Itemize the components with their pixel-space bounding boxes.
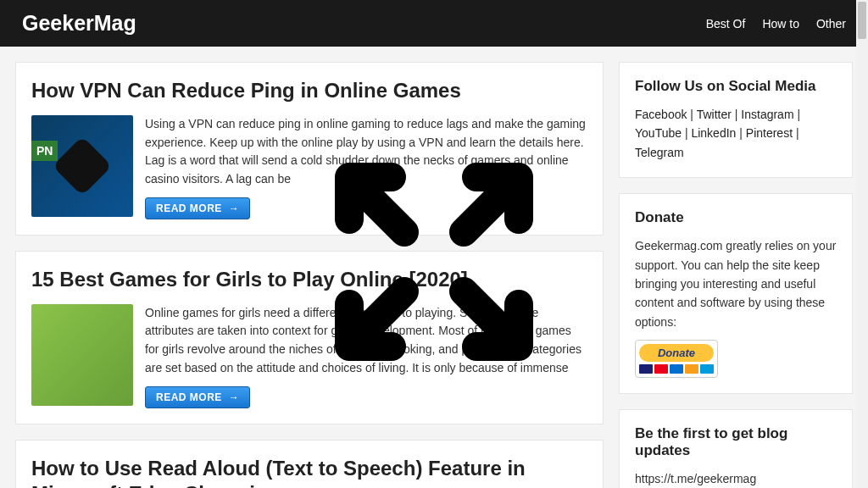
arrow-right-icon: → — [229, 202, 240, 214]
nav-other[interactable]: Other — [816, 17, 846, 30]
donate-text: Geekermag.com greatly relies on your sup… — [635, 236, 837, 331]
post-body: Using a VPN can reduce ping in online ga… — [31, 115, 587, 219]
main-column: How VPN Can Reduce Ping in Online Games … — [15, 62, 604, 488]
widget-title: Donate — [635, 209, 837, 226]
post-thumbnail[interactable] — [31, 115, 133, 217]
sidebar: Follow Us on Social Media Facebook | Twi… — [619, 62, 853, 488]
payment-cards-icon — [639, 364, 714, 374]
social-linkedin[interactable]: LinkedIn — [691, 126, 736, 140]
read-more-label: READ MORE — [156, 391, 222, 403]
post-card: 15 Best Games for Girls to Play Online [… — [15, 251, 604, 424]
social-pinterest[interactable]: Pinterest — [746, 126, 793, 140]
post-text: Online games for girls need a different … — [145, 304, 587, 408]
social-instagram[interactable]: Instagram — [741, 108, 793, 121]
social-telegram[interactable]: Telegram — [635, 146, 684, 159]
post-body: Online games for girls need a different … — [31, 304, 587, 408]
nav-how-to[interactable]: How to — [762, 17, 799, 30]
scrollbar-thumb[interactable] — [858, 2, 866, 39]
content-container: How VPN Can Reduce Ping in Online Games … — [0, 47, 868, 488]
widget-title: Follow Us on Social Media — [635, 78, 837, 95]
read-more-label: READ MORE — [156, 202, 222, 214]
post-title[interactable]: How to Use Read Aloud (Text to Speech) F… — [31, 456, 587, 489]
follow-widget: Follow Us on Social Media Facebook | Twi… — [619, 62, 853, 178]
post-card: How VPN Can Reduce Ping in Online Games … — [15, 62, 604, 236]
donate-widget: Donate Geekermag.com greatly relies on y… — [619, 193, 853, 394]
widget-title: Be the first to get blog updates — [635, 425, 837, 459]
social-links: Facebook | Twitter | Instagram | YouTube… — [635, 105, 837, 162]
main-nav: Best Of How to Other — [706, 17, 846, 30]
nav-best-of[interactable]: Best Of — [706, 17, 746, 30]
site-header: GeekerMag Best Of How to Other — [0, 0, 868, 47]
donate-label: Donate — [639, 344, 714, 362]
post-title[interactable]: 15 Best Games for Girls to Play Online [… — [31, 267, 587, 292]
read-more-button[interactable]: READ MORE → — [145, 197, 250, 219]
post-title[interactable]: How VPN Can Reduce Ping in Online Games — [31, 78, 587, 103]
post-thumbnail[interactable] — [31, 304, 133, 406]
post-text: Using a VPN can reduce ping in online ga… — [145, 115, 587, 219]
post-card: How to Use Read Aloud (Text to Speech) F… — [15, 440, 604, 489]
blog-updates-widget: Be the first to get blog updates https:/… — [619, 409, 853, 488]
post-excerpt: Using a VPN can reduce ping in online ga… — [145, 115, 587, 189]
telegram-link[interactable]: https://t.me/geekermag — [635, 469, 837, 488]
read-more-button[interactable]: READ MORE → — [145, 386, 250, 408]
scrollbar[interactable] — [856, 0, 868, 488]
social-facebook[interactable]: Facebook — [635, 108, 687, 121]
social-twitter[interactable]: Twitter — [697, 108, 732, 121]
arrow-right-icon: → — [229, 391, 240, 403]
logo[interactable]: GeekerMag — [22, 11, 136, 36]
post-excerpt: Online games for girls need a different … — [145, 304, 587, 378]
donate-button[interactable]: Donate — [635, 340, 718, 378]
social-youtube[interactable]: YouTube — [635, 126, 682, 140]
